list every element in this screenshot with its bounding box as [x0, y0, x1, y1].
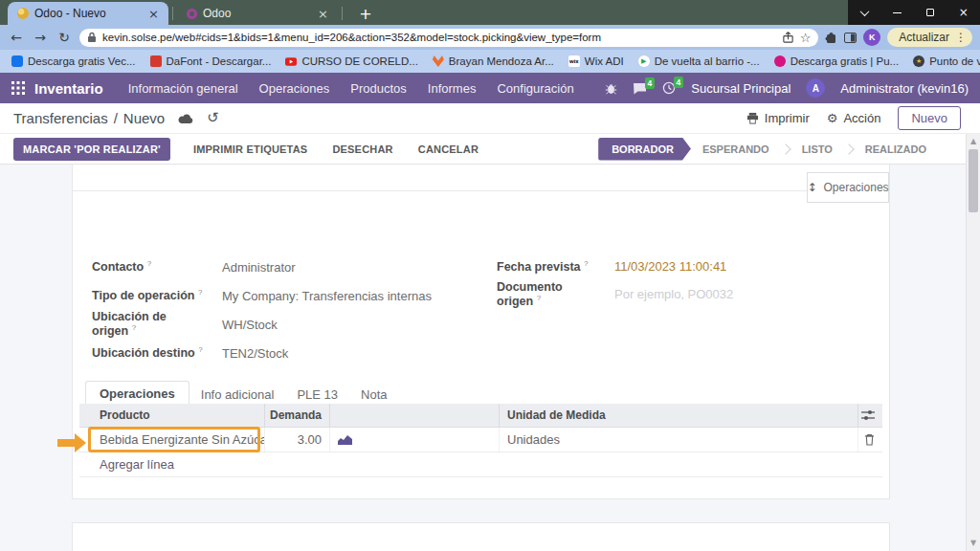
forecast-chart-icon[interactable] — [338, 434, 352, 445]
scrollbar-thumb[interactable] — [969, 149, 978, 212]
share-icon[interactable] — [782, 32, 794, 44]
breadcrumb-parent[interactable]: Transferencias — [13, 110, 108, 126]
state-listo[interactable]: LISTO — [791, 143, 844, 155]
menu-configuracion[interactable]: Configuración — [497, 81, 573, 96]
help-marker: ? — [132, 323, 136, 332]
cancel-button[interactable]: CANCELAR — [418, 143, 479, 155]
new-tab-button[interactable]: + — [356, 7, 375, 22]
arrows-up-down-icon: ↕ — [807, 182, 816, 193]
discard-undo-icon[interactable]: ↺ — [207, 111, 219, 125]
bookmark-item[interactable]: Descarga gratis Vec... — [11, 55, 136, 67]
trash-icon[interactable] — [864, 433, 875, 446]
split-screen-icon[interactable] — [844, 33, 857, 43]
help-marker: ? — [584, 259, 588, 268]
bookmark-item[interactable]: Descarga gratis | Pu... — [774, 55, 900, 67]
bookmark-item[interactable]: ▶ De vuelta al barrio -... — [638, 55, 760, 67]
drop-icon — [774, 55, 786, 67]
user-menu[interactable]: Administrator (kevin16) — [840, 81, 969, 96]
action-button[interactable]: ⚙ Acción — [827, 111, 881, 125]
mark-todo-button[interactable]: MARCAR 'POR REALIZAR' — [13, 138, 170, 161]
cloud-save-icon[interactable] — [178, 113, 193, 124]
back-icon[interactable]: ← — [8, 31, 25, 44]
operations-stat-button[interactable]: ↕ Operaciones — [807, 172, 889, 203]
bookmark-item[interactable]: wix Wix ADI — [568, 55, 624, 67]
window-minimize-button[interactable] — [881, 0, 915, 25]
cell-unidad[interactable]: Unidades — [500, 428, 858, 452]
tab-close-icon[interactable]: × — [318, 8, 328, 20]
field-value-ubicacion-origen[interactable]: WH/Stock — [222, 318, 278, 332]
kebab-menu-icon[interactable]: ⋮ — [955, 32, 967, 43]
window-menu-button[interactable] — [848, 0, 881, 25]
browser-profile-avatar[interactable]: K — [863, 29, 880, 46]
browser-tab-inactive[interactable]: Odoo × — [177, 2, 338, 25]
column-options-sliders-icon[interactable] — [861, 409, 875, 421]
scroll-down-icon[interactable]: ▼ — [967, 540, 980, 547]
bookmark-item[interactable]: ★ Punto de venta Ven... — [913, 55, 980, 67]
form-content-area: ↕ Operaciones Contacto ? Administrator T… — [0, 165, 980, 551]
new-record-button[interactable]: Nuevo — [898, 106, 961, 130]
state-esperando[interactable]: ESPERANDO — [691, 143, 781, 155]
header-unidad-de-medida[interactable]: Unidad de Medida — [500, 404, 858, 427]
bookmark-star-icon[interactable]: ☆ — [800, 32, 812, 44]
state-realizado[interactable]: REALIZADO — [854, 143, 938, 155]
browser-tab-active[interactable]: Odoo - Nuevo × — [8, 2, 168, 25]
debug-bug-icon[interactable] — [605, 82, 617, 95]
header-producto[interactable]: Producto — [92, 404, 265, 427]
control-panel: Transferencias / Nuevo ↺ Imprimir ⚙ Acci… — [0, 103, 980, 134]
print-button[interactable]: Imprimir — [746, 111, 810, 125]
company-selector[interactable]: Sucursal Principal — [691, 81, 791, 96]
dark-star-icon: ★ — [913, 55, 924, 67]
field-value-contacto[interactable]: Administrator — [222, 260, 296, 275]
apps-grid-icon[interactable] — [11, 81, 25, 95]
arrow-tail — [57, 439, 77, 447]
bookmark-item[interactable]: Brayan Mendoza Ar... — [433, 55, 554, 67]
breadcrumb-separator: / — [114, 110, 118, 126]
window-maximize-button[interactable] — [914, 0, 947, 25]
address-bar[interactable]: kevin.solse.pe/web#cids=1&bids=1&menu_id… — [79, 29, 818, 47]
bookmark-item[interactable]: CURSO DE CORELD... — [285, 55, 417, 67]
form-status-bar: MARCAR 'POR REALIZAR' IMPRIMIR ETIQUETAS… — [0, 134, 980, 165]
forward-icon[interactable]: → — [32, 31, 49, 44]
handle-column — [79, 404, 92, 427]
scroll-up-icon[interactable]: ▲ — [967, 138, 980, 145]
extensions-puzzle-icon[interactable] — [825, 32, 837, 44]
header-demanda[interactable]: Demanda — [265, 404, 330, 427]
record-save-indicators: ↺ — [178, 111, 219, 125]
field-group-right: Fecha prevista ? 11/03/2023 11:00:41 Doc… — [497, 253, 733, 308]
field-input-documento-origen[interactable]: Por ejemplo, PO0032 — [614, 287, 733, 301]
app-name[interactable]: Inventario — [34, 80, 103, 97]
url-text[interactable]: kevin.solse.pe/web#cids=1&bids=1&menu_id… — [102, 32, 776, 43]
messages-button[interactable]: 4 — [633, 82, 647, 95]
window-close-button[interactable]: × — [947, 0, 980, 25]
bookmark-label: Wix ADI — [585, 55, 624, 67]
menu-productos[interactable]: Productos — [350, 81, 407, 96]
add-line-link[interactable]: Agregar línea — [100, 457, 174, 472]
menu-operaciones[interactable]: Operaciones — [259, 81, 330, 96]
scrap-button[interactable]: DESECHAR — [332, 143, 392, 155]
tab-close-icon[interactable]: × — [148, 8, 159, 20]
field-value-fecha-prevista[interactable]: 11/03/2023 11:00:41 — [614, 259, 726, 274]
user-avatar[interactable]: A — [806, 78, 825, 98]
tab-separator — [342, 7, 343, 20]
field-label-fecha-prevista: Fecha prevista ? — [497, 259, 597, 274]
activities-button[interactable]: 4 — [662, 81, 676, 95]
state-borrador[interactable]: BORRADOR — [598, 138, 691, 161]
field-value-ubicacion-destino[interactable]: TEN2/Stock — [222, 346, 288, 361]
dafont-icon — [150, 55, 162, 67]
field-value-tipo-operacion[interactable]: My Company: Transferencias internas — [222, 289, 432, 303]
print-label: Imprimir — [765, 111, 810, 125]
refresh-icon[interactable]: ↻ — [56, 31, 73, 44]
vertical-scrollbar[interactable]: ▲ ▼ — [966, 134, 980, 551]
menu-informacion-general[interactable]: Información general — [128, 81, 238, 96]
field-label-tipo-operacion: Tipo de operación ? — [92, 288, 205, 302]
menu-informes[interactable]: Informes — [428, 81, 477, 96]
browser-update-button[interactable]: Actualizar ⋮ — [887, 28, 972, 47]
gear-icon: ⚙ — [827, 112, 838, 124]
help-marker: ? — [198, 345, 202, 354]
cell-demanda[interactable]: 3.00 — [265, 428, 330, 452]
bookmark-item[interactable]: DaFont - Descargar... — [150, 55, 272, 67]
add-line-row: Agregar línea — [79, 452, 882, 477]
print-labels-button[interactable]: IMPRIMIR ETIQUETAS — [193, 143, 308, 155]
bookmark-label: CURSO DE CORELD... — [301, 55, 417, 67]
bookmark-label: Punto de venta Ven... — [929, 55, 980, 67]
